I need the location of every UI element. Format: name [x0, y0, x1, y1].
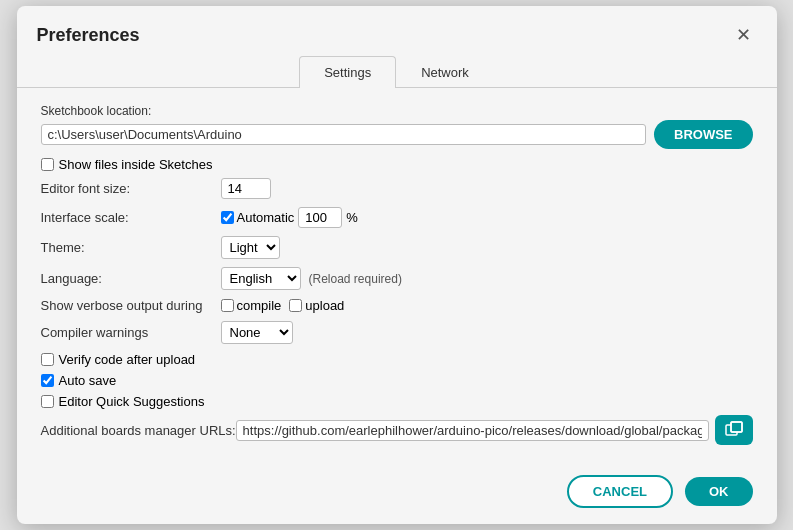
sketchbook-path-row: BROWSE — [41, 120, 753, 149]
editor-font-input[interactable] — [221, 178, 271, 199]
verify-checkbox[interactable] — [41, 353, 54, 366]
tab-settings[interactable]: Settings — [299, 56, 396, 88]
dialog-header: Preferences ✕ — [17, 6, 777, 48]
compiler-warnings-row: Compiler warnings None Default More All — [41, 321, 753, 344]
quick-suggestions-checkbox[interactable] — [41, 395, 54, 408]
svg-rect-1 — [731, 422, 742, 432]
show-files-label[interactable]: Show files inside Sketches — [59, 157, 213, 172]
tabs-bar: Settings Network — [17, 56, 777, 88]
verify-row: Verify code after upload — [41, 352, 753, 367]
editor-font-label: Editor font size: — [41, 181, 221, 196]
verbose-label: Show verbose output during — [41, 298, 221, 313]
auto-label[interactable]: Automatic — [237, 210, 295, 225]
scale-row: Automatic % — [221, 207, 358, 228]
theme-row: Theme: Light Dark — [41, 236, 753, 259]
verbose-row: Show verbose output during compile uploa… — [41, 298, 753, 313]
autosave-label[interactable]: Auto save — [59, 373, 117, 388]
preferences-dialog: Preferences ✕ Settings Network Sketchboo… — [17, 6, 777, 524]
language-label: Language: — [41, 271, 221, 286]
quick-suggestions-row: Editor Quick Suggestions — [41, 394, 753, 409]
editor-font-row: Editor font size: — [41, 178, 753, 199]
interface-scale-label: Interface scale: — [41, 210, 221, 225]
compiler-warnings-label: Compiler warnings — [41, 325, 221, 340]
language-select[interactable]: English Deutsch Español Français — [221, 267, 301, 290]
dialog-body: Sketchbook location: BROWSE Show files i… — [17, 88, 777, 465]
autosave-checkbox[interactable] — [41, 374, 54, 387]
scale-value-input[interactable] — [298, 207, 342, 228]
tab-network[interactable]: Network — [396, 56, 494, 88]
quick-suggestions-label[interactable]: Editor Quick Suggestions — [59, 394, 205, 409]
urls-icon-button[interactable] — [715, 415, 753, 445]
auto-scale-checkbox[interactable] — [221, 211, 234, 224]
autosave-row: Auto save — [41, 373, 753, 388]
compile-row: compile upload — [221, 298, 345, 313]
cancel-button[interactable]: CANCEL — [567, 475, 673, 508]
compile-label[interactable]: compile — [221, 298, 282, 313]
sketchbook-path-input[interactable] — [41, 124, 647, 145]
urls-row: Additional boards manager URLs: — [41, 415, 753, 445]
percent-label: % — [346, 210, 358, 225]
compiler-warnings-select[interactable]: None Default More All — [221, 321, 293, 344]
language-row: Language: English Deutsch Español França… — [41, 267, 753, 290]
upload-checkbox[interactable] — [289, 299, 302, 312]
compile-checkbox[interactable] — [221, 299, 234, 312]
theme-label: Theme: — [41, 240, 221, 255]
urls-label: Additional boards manager URLs: — [41, 423, 236, 438]
ok-button[interactable]: OK — [685, 477, 753, 506]
urls-input[interactable] — [236, 420, 709, 441]
browse-button[interactable]: BROWSE — [654, 120, 753, 149]
show-files-checkbox[interactable] — [41, 158, 54, 171]
dialog-title: Preferences — [37, 25, 730, 46]
interface-scale-row: Interface scale: Automatic % — [41, 207, 753, 228]
close-button[interactable]: ✕ — [730, 22, 757, 48]
theme-select[interactable]: Light Dark — [221, 236, 280, 259]
upload-label[interactable]: upload — [289, 298, 344, 313]
sketchbook-section: Sketchbook location: BROWSE — [41, 104, 753, 153]
auto-checkbox: Automatic — [221, 210, 295, 225]
show-files-row: Show files inside Sketches — [41, 157, 753, 172]
open-window-icon — [725, 421, 743, 439]
dialog-footer: CANCEL OK — [17, 465, 777, 524]
reload-note: (Reload required) — [309, 272, 402, 286]
sketchbook-label: Sketchbook location: — [41, 104, 753, 118]
verify-label[interactable]: Verify code after upload — [59, 352, 196, 367]
